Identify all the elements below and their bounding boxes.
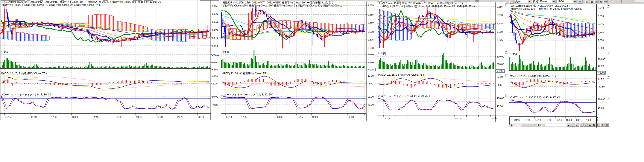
svg-text:定: 定 [579, 0, 581, 3]
svg-text:9,650: 9,650 [497, 14, 503, 16]
svg-text:11/06: 11/06 [558, 0, 564, 3]
svg-text:移動平均( Close, 5 ) 移動平均( Close: 移動平均( Close, 5 ) 移動平均( Close, 40 ) 移動平均(… [2, 4, 100, 7]
svg-text:40.00: 40.00 [368, 103, 374, 106]
svg-text:■: ■ [568, 124, 570, 126]
svg-text:先物: 先物 [515, 0, 520, 3]
svg-text:R: R [602, 124, 603, 126]
svg-text:9,580: 9,580 [497, 31, 503, 33]
svg-text:100.00: 100.00 [497, 97, 504, 100]
svg-text:× 100: × 100 [212, 68, 218, 71]
svg-text:出来高: 出来高 [1, 51, 8, 54]
svg-text:100.00: 100.00 [598, 98, 605, 101]
svg-text:出来高: 出来高 [378, 52, 386, 55]
svg-text:一目均衡表( 9, 26, 52 ) 移動平均( Clo: 一目均衡表( 9, 26, 52 ) 移動平均( Close, 150 ) 移動… [379, 5, 476, 8]
svg-text:-22.50: -22.50 [598, 85, 604, 88]
svg-text:0: 0 [597, 117, 598, 120]
svg-text:日経225mini 11/06( 15分, 2011/04/: 日経225mini 11/06( 15分, 2011/04/07 - 2011/… [222, 1, 333, 4]
svg-text:17:20: 17:20 [116, 116, 122, 118]
svg-text:20:00: 20:00 [157, 116, 163, 118]
svg-text:↑: ↑ [581, 124, 582, 126]
svg-text:出来高: 出来高 [510, 53, 518, 56]
svg-text:120.00: 120.00 [598, 58, 605, 60]
svg-text:9,545: 9,545 [497, 39, 503, 41]
svg-text:800.00: 800.00 [497, 55, 504, 58]
svg-text:23.50: 23.50 [497, 76, 503, 78]
svg-text:16:30: 16:30 [586, 119, 592, 121]
svg-text:45.00: 45.00 [497, 105, 503, 108]
svg-text:550.00: 550.00 [368, 53, 375, 56]
svg-text:04/15: 04/15 [576, 119, 582, 121]
svg-text:13:20: 13:20 [72, 116, 78, 118]
svg-text:⌐: ⌐ [576, 124, 578, 126]
svg-text:04/12: 04/12 [514, 119, 520, 121]
svg-text:04/15: 04/15 [297, 116, 303, 118]
svg-text:9,600: 9,600 [368, 31, 374, 33]
svg-text:300.00: 300.00 [497, 63, 504, 65]
svg-text:90.00: 90.00 [368, 96, 374, 98]
svg-text:-3.00: -3.00 [497, 84, 502, 86]
svg-text:04/14: 04/14 [455, 117, 461, 120]
svg-text:× 100: × 100 [368, 68, 374, 71]
svg-text:04/14: 04/14 [226, 116, 232, 118]
svg-text:日経225mini 11/06( 30分, 2011/04/: 日経225mini 11/06( 30分, 2011/04/07 - 2011/… [379, 2, 463, 5]
svg-text:9,550: 9,550 [598, 39, 604, 42]
svg-text:90.00: 90.00 [212, 96, 218, 98]
svg-text:日経225mini 11/06( 5分, 2011/04/1: 日経225mini 11/06( 5分, 2011/04/12 - 2011/0… [2, 1, 162, 4]
svg-text:12:00: 12:00 [312, 116, 318, 118]
svg-text:21:20: 21:20 [177, 116, 183, 118]
svg-text:スロー・ストキャスティクス( 14, 3, 80, 20 ): スロー・ストキャスティクス( 14, 3, 80, 20 ) [378, 94, 430, 97]
svg-text:20:00: 20:00 [348, 116, 354, 118]
svg-text:16:30: 16:30 [524, 119, 530, 121]
svg-text:9,685: 9,685 [368, 4, 374, 7]
svg-text:13.50: 13.50 [368, 74, 374, 77]
svg-text:9,740: 9,740 [598, 7, 604, 9]
svg-text:13.50: 13.50 [212, 74, 218, 77]
svg-text:スロー・ストキャスティクス( 14, 3, 80, 20 ): スロー・ストキャスティクス( 14, 3, 80, 20 ) [1, 93, 52, 96]
svg-text:50.00: 50.00 [598, 64, 604, 67]
svg-text:スロー・ストキャスティクス( 14, 3, 80, 20 ): スロー・ストキャスティクス( 14, 3, 80, 20 ) [510, 95, 561, 98]
svg-text:月: 月 [600, 0, 602, 3]
svg-text:40.00: 40.00 [212, 104, 218, 106]
svg-text:9,500: 9,500 [598, 47, 604, 49]
svg-text:16:30: 16:30 [566, 119, 572, 121]
svg-text:-2.50: -2.50 [368, 82, 373, 85]
svg-text:9,635: 9,635 [212, 13, 218, 15]
svg-text:日経225mini: 日経225mini [533, 0, 547, 3]
svg-text:9,550: 9,550 [368, 47, 374, 49]
svg-text:17.50: 17.50 [598, 77, 604, 80]
svg-text:04/13: 04/13 [384, 117, 390, 120]
svg-text:12:00: 12:00 [51, 116, 57, 118]
svg-text:分: 分 [604, 0, 607, 3]
svg-text:MACD( 12, 26, 9 ) 移動平均( Clos: MACD( 12, 26, 9 ) 移動平均( Close, 75 ) [378, 73, 424, 76]
svg-text:9,575: 9,575 [212, 36, 218, 39]
svg-text:MACD( 12, 26, 9 ) 移動平均( Clos: MACD( 12, 26, 9 ) 移動平均( Close, 75 ) [1, 72, 46, 75]
svg-text:-1.00: -1.00 [212, 82, 218, 85]
svg-text:9,685: 9,685 [497, 5, 503, 8]
svg-text:× 100: × 100 [496, 70, 502, 72]
svg-text:80.00: 80.00 [212, 61, 218, 64]
svg-text:9,655: 9,655 [212, 5, 218, 7]
svg-text:45.00: 45.00 [598, 107, 604, 109]
svg-text:日: 日 [591, 0, 593, 3]
svg-text:9,615: 9,615 [212, 21, 218, 23]
svg-text:MACD( 12, 26, 9 ) 移動平均( Clos: MACD( 12, 26, 9 ) 移動平均( Close, 75 ) [222, 72, 267, 75]
svg-text:スロー・ストキャスティクス( 14, 3, 80, 20 ): スロー・ストキャスティクス( 14, 3, 80, 20 ) [222, 93, 273, 96]
svg-text:移動平均( Close, 150 ) 移動平均( Clo: 移動平均( Close, 150 ) 移動平均( Close, 20 ) 移動平… [222, 4, 342, 7]
svg-text:▪: ▪ [585, 124, 586, 126]
svg-text:20:00: 20:00 [277, 116, 283, 118]
svg-text:9,615: 9,615 [497, 22, 503, 25]
svg-text:04/14: 04/14 [556, 119, 562, 121]
svg-text:0: 0 [495, 117, 496, 120]
svg-text:12:00: 12:00 [241, 116, 247, 118]
svg-text:出来高: 出来高 [222, 51, 229, 54]
svg-text:9,595: 9,595 [598, 31, 604, 34]
svg-text:MACD( 12, 26, 9 ) 移動平均( Clos: MACD( 12, 26, 9 ) 移動平均( Close, 75 ) [510, 74, 556, 77]
svg-text:D: D [593, 124, 595, 126]
svg-text:190.00: 190.00 [212, 53, 220, 56]
svg-text:9,690: 9,690 [598, 15, 604, 18]
svg-text:18:40: 18:40 [136, 116, 142, 118]
svg-text:9,645: 9,645 [598, 23, 604, 25]
svg-text:9,555: 9,555 [212, 44, 218, 47]
svg-text:× 1000: × 1000 [598, 71, 605, 74]
svg-text:9,595: 9,595 [212, 28, 218, 31]
